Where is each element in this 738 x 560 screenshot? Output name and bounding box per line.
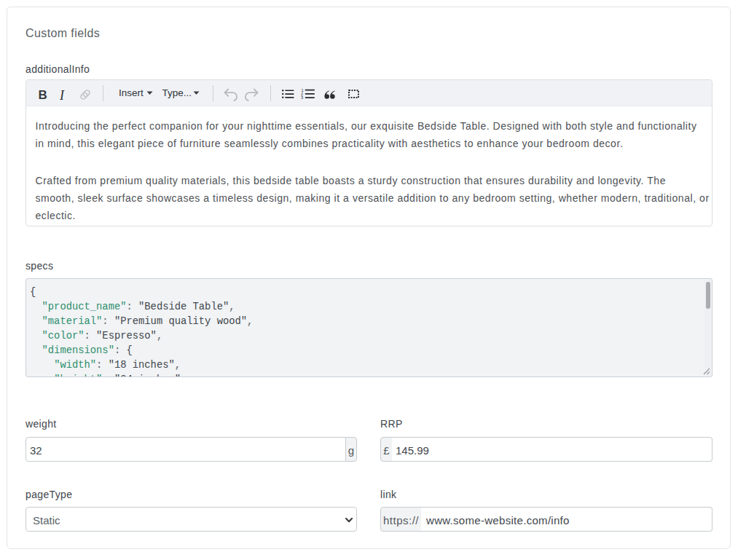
svg-text:3: 3 [301,96,303,99]
